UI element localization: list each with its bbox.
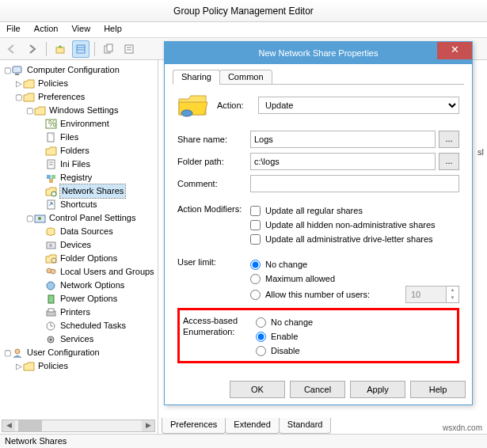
close-button[interactable]: ✕ bbox=[437, 42, 472, 59]
files-icon bbox=[45, 131, 58, 144]
svg-point-40 bbox=[181, 110, 192, 116]
userlimit-spinner[interactable]: ▲▼ bbox=[447, 286, 459, 303]
tree-winsettings[interactable]: Windows Settings bbox=[49, 104, 118, 117]
tree-folderopt[interactable]: Folder Options bbox=[60, 252, 117, 265]
expander-icon[interactable]: ▷ bbox=[14, 77, 23, 90]
tree-scrollbar[interactable]: ◀▶ bbox=[2, 420, 155, 432]
userlimit-max-radio[interactable]: Maximum allowed bbox=[250, 271, 459, 286]
svg-rect-18 bbox=[51, 175, 55, 179]
abe-enable-radio[interactable]: Enable bbox=[256, 329, 454, 344]
tree-userconfig[interactable]: User Configuration bbox=[27, 346, 100, 359]
svg-point-20 bbox=[51, 192, 56, 196]
tree-environment[interactable]: Environment bbox=[60, 117, 109, 131]
menu-file[interactable]: File bbox=[6, 24, 21, 33]
tree-files[interactable]: Files bbox=[60, 131, 78, 144]
mod-admin-check[interactable]: Update all administrative drive-letter s… bbox=[250, 232, 459, 246]
svg-rect-13 bbox=[48, 133, 54, 142]
tab-standard[interactable]: Standard bbox=[279, 418, 332, 434]
abe-label: Access-based Enumeration: bbox=[183, 315, 256, 337]
sched-icon bbox=[45, 320, 58, 332]
expander-icon[interactable]: ▢ bbox=[3, 346, 12, 359]
tree-policies[interactable]: Policies bbox=[38, 77, 68, 90]
menubar: File Action View Help bbox=[0, 22, 487, 38]
expander-icon[interactable]: ▢ bbox=[3, 63, 12, 77]
expander-icon[interactable]: ▢ bbox=[25, 211, 34, 225]
folder-icon bbox=[23, 91, 36, 104]
stray-text: sl bbox=[477, 147, 484, 157]
svg-point-23 bbox=[38, 217, 41, 220]
folderpath-browse-button[interactable]: ... bbox=[439, 153, 459, 170]
userlimit-allow-radio[interactable]: Allow this number of users: bbox=[250, 287, 405, 302]
folderpath-input[interactable] bbox=[250, 153, 436, 170]
expander-icon[interactable]: ▷ bbox=[14, 359, 23, 373]
tree-policies2[interactable]: Policies bbox=[38, 359, 68, 373]
folderopt-icon bbox=[45, 252, 58, 265]
tree-netopt[interactable]: Network Options bbox=[60, 279, 124, 292]
tab-common[interactable]: Common bbox=[219, 70, 272, 85]
tab-sharing[interactable]: Sharing bbox=[173, 70, 220, 85]
datasource-icon bbox=[45, 226, 58, 238]
svg-point-26 bbox=[49, 244, 52, 247]
tree-netshares[interactable]: Network Shares bbox=[60, 184, 125, 198]
tree-printers[interactable]: Printers bbox=[60, 306, 90, 319]
tree-computer-config[interactable]: Computer Configuration bbox=[27, 63, 120, 77]
sharename-browse-button[interactable]: ... bbox=[439, 131, 459, 148]
tab-preferences[interactable]: Preferences bbox=[162, 418, 226, 434]
mod-hidden-check[interactable]: Update all hidden non-administrative sha… bbox=[250, 218, 459, 232]
menu-action[interactable]: Action bbox=[34, 24, 59, 33]
up-button[interactable] bbox=[51, 40, 69, 58]
bottom-tabs: Preferences Extended Standard bbox=[162, 418, 330, 434]
tree-poweropt[interactable]: Power Options bbox=[60, 292, 117, 306]
ok-button[interactable]: OK bbox=[230, 381, 285, 398]
help-button[interactable]: Help bbox=[410, 381, 466, 398]
userlimit-number: 10 bbox=[405, 286, 447, 303]
folder-icon bbox=[23, 78, 36, 90]
cancel-button[interactable]: Cancel bbox=[290, 381, 345, 398]
tree-registry[interactable]: Registry bbox=[60, 171, 92, 184]
credit-text: wsxdn.com bbox=[443, 423, 482, 432]
tree-ini[interactable]: Ini Files bbox=[60, 158, 90, 171]
sharename-label: Share name: bbox=[177, 135, 250, 144]
abe-nochange-radio[interactable]: No change bbox=[256, 315, 454, 329]
tree-services[interactable]: Services bbox=[60, 332, 93, 346]
tree-shortcuts[interactable]: Shortcuts bbox=[60, 198, 97, 211]
tree-folders[interactable]: Folders bbox=[60, 144, 89, 158]
highlight-box: Access-based Enumeration: No change Enab… bbox=[177, 308, 459, 363]
userlimit-nochange-radio[interactable]: No change bbox=[250, 257, 459, 271]
comment-input[interactable] bbox=[250, 175, 459, 192]
tree-devices[interactable]: Devices bbox=[60, 238, 91, 252]
dialog-tabs: Sharing Common bbox=[173, 69, 464, 85]
tree-preferences[interactable]: Preferences bbox=[38, 90, 85, 104]
mod-regular-check[interactable]: Update all regular shares bbox=[250, 203, 459, 218]
apply-button[interactable]: Apply bbox=[350, 381, 405, 398]
tab-extended[interactable]: Extended bbox=[225, 418, 279, 434]
tree-localusers[interactable]: Local Users and Groups bbox=[60, 265, 154, 279]
copy-button[interactable] bbox=[100, 40, 117, 58]
svg-point-29 bbox=[51, 269, 55, 274]
sharename-input[interactable] bbox=[250, 131, 436, 148]
abe-disable-radio[interactable]: Disable bbox=[256, 344, 454, 358]
services-icon bbox=[45, 333, 58, 346]
menu-help[interactable]: Help bbox=[104, 24, 122, 33]
forward-button[interactable] bbox=[24, 40, 41, 58]
power-icon bbox=[45, 293, 58, 306]
back-button[interactable] bbox=[3, 40, 21, 58]
svg-point-38 bbox=[50, 338, 52, 340]
action-select[interactable]: Update bbox=[258, 97, 459, 114]
tree-datasources[interactable]: Data Sources bbox=[60, 225, 113, 238]
status-bar: Network Shares bbox=[0, 434, 487, 448]
expander-icon[interactable]: ▢ bbox=[25, 104, 34, 117]
properties-button[interactable] bbox=[120, 40, 138, 58]
env-icon: % bbox=[45, 118, 58, 131]
svg-rect-6 bbox=[125, 45, 133, 53]
svg-rect-1 bbox=[77, 45, 85, 53]
tree-cpsettings[interactable]: Control Panel Settings bbox=[49, 211, 135, 225]
menu-view[interactable]: View bbox=[71, 24, 90, 33]
folder-icon bbox=[34, 104, 47, 117]
list-button[interactable] bbox=[72, 40, 89, 58]
svg-rect-19 bbox=[49, 179, 53, 183]
expander-icon[interactable]: ▢ bbox=[14, 90, 23, 104]
tree-sched[interactable]: Scheduled Tasks bbox=[60, 319, 126, 332]
netshare-icon bbox=[45, 185, 58, 198]
svg-rect-9 bbox=[13, 66, 21, 73]
